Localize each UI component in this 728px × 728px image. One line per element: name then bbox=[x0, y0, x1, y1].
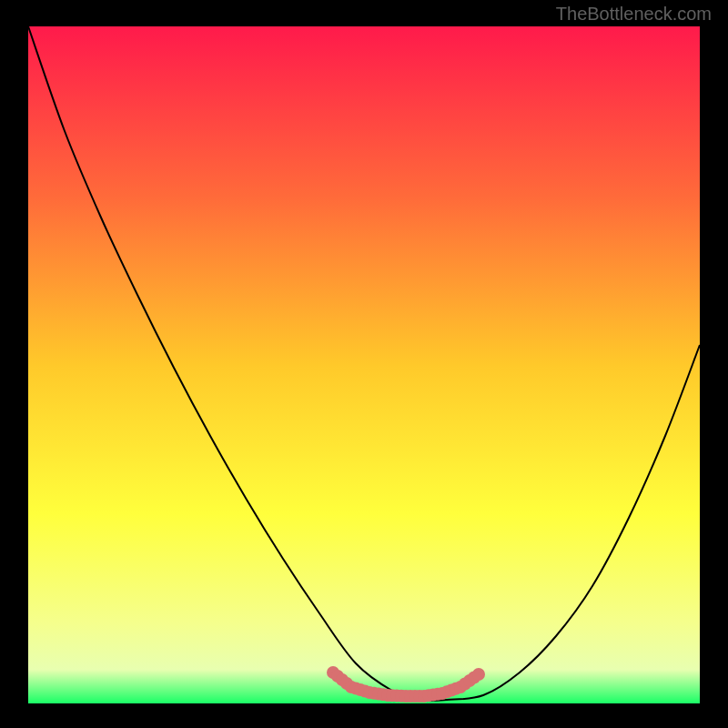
watermark-text: TheBottleneck.com bbox=[556, 4, 712, 25]
chart-svg bbox=[28, 26, 700, 703]
chart-frame: TheBottleneck.com bbox=[0, 0, 728, 728]
gradient-background bbox=[28, 26, 700, 703]
plot-area bbox=[28, 26, 700, 703]
dot-marker bbox=[472, 668, 485, 681]
